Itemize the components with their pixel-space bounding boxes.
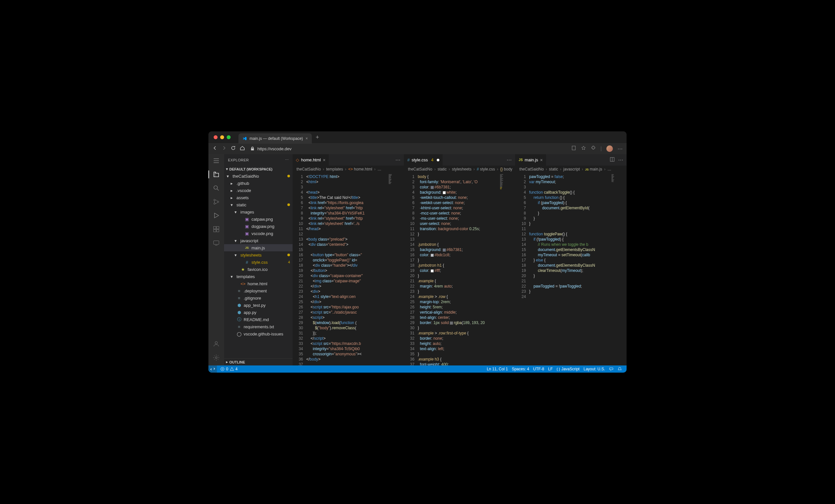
minimap[interactable]: ████ ████ █████ ██ ███████ █████████████… — [387, 173, 404, 365]
breadcrumb[interactable]: theCatSaidNo › static › javascript › JS … — [515, 166, 627, 173]
file-item[interactable]: ▣catpaw.png — [224, 215, 292, 223]
svg-point-1 — [214, 186, 218, 189]
line-gutter: 1234567891011121314151617181920212223242… — [404, 173, 418, 365]
minimap[interactable]: ██ ██████████ ████ ████████████ ████ ███… — [499, 173, 515, 365]
browser-toolbar: https://vscode.dev | ⋯ — [208, 143, 627, 154]
new-tab-button[interactable]: + — [316, 134, 319, 141]
problems-button[interactable]: 0 4 — [218, 367, 239, 371]
more-icon[interactable]: ⋯ — [617, 146, 623, 152]
back-button[interactable] — [212, 145, 218, 152]
code-content[interactable]: pawToggled = false;var myTimeout; functi… — [529, 173, 610, 365]
folder-item[interactable]: ▾theCatSaidNo — [224, 172, 292, 180]
toolbar-actions: | ⋯ — [571, 145, 623, 152]
eol[interactable]: LF — [546, 367, 555, 371]
cursor-position[interactable]: Ln 11, Col 1 — [485, 367, 510, 371]
maximize-window-button[interactable] — [227, 135, 230, 139]
remote-indicator[interactable] — [208, 365, 217, 373]
file-item[interactable]: ★favicon.ico — [224, 266, 292, 273]
file-item[interactable]: ⬢app.py — [224, 309, 292, 316]
source-control-icon[interactable] — [212, 198, 220, 206]
main-area: EXPLORER ⋯ ▾ DEFAULT (WORKSPACE) ▾theCat… — [208, 154, 627, 365]
editor-tabs: JS main.js × ⋯ — [515, 154, 627, 166]
address-bar[interactable]: https://vscode.dev — [250, 146, 566, 151]
explorer-sidebar: EXPLORER ⋯ ▾ DEFAULT (WORKSPACE) ▾theCat… — [224, 154, 292, 365]
close-icon[interactable]: × — [540, 158, 543, 163]
tab-home-html[interactable]: ◇ home.html × — [292, 154, 329, 166]
menu-icon[interactable] — [212, 157, 220, 165]
file-item[interactable]: ≡.gitignore — [224, 294, 292, 301]
svg-rect-5 — [213, 227, 216, 229]
file-item[interactable]: ▣vscode.png — [224, 230, 292, 237]
explorer-title: EXPLORER — [228, 158, 249, 162]
file-item[interactable]: ▣dogpaw.png — [224, 223, 292, 230]
notifications-icon[interactable] — [615, 367, 624, 371]
line-gutter: 1234567891011121314151617181920212223242… — [292, 173, 306, 365]
folder-item[interactable]: ▾stylesheets — [224, 251, 292, 258]
svg-point-11 — [215, 357, 217, 359]
reload-button[interactable] — [230, 145, 236, 152]
outline-header[interactable]: ▸ OUTLINE — [224, 358, 292, 365]
code-content[interactable]: <!DOCTYPE html><html> <head> <title>The … — [306, 173, 387, 365]
breadcrumb[interactable]: theCatSaidNo › templates › <> home.html … — [292, 166, 404, 173]
encoding[interactable]: UTF-8 — [531, 367, 546, 371]
folder-item[interactable]: ▸assets — [224, 194, 292, 201]
keyboard-layout[interactable]: Layout: U.S. — [582, 367, 607, 371]
file-item[interactable]: JSmain.js — [224, 244, 292, 251]
tab-actions-icon[interactable]: ⋯ — [507, 157, 512, 163]
extensions-panel-icon[interactable] — [212, 225, 220, 233]
app-window: main.js — default (Workspace) × + https:… — [208, 131, 627, 373]
warning-icon — [230, 367, 234, 371]
breadcrumb[interactable]: theCatSaidNo › static › stylesheets › # … — [404, 166, 515, 173]
browser-tab[interactable]: main.js — default (Workspace) × — [239, 133, 312, 144]
folder-item[interactable]: ▸.github — [224, 180, 292, 187]
tab-actions-icon[interactable]: ⋯ — [618, 157, 623, 163]
explorer-more-icon[interactable]: ⋯ — [285, 158, 289, 162]
title-bar: main.js — default (Workspace) × + — [208, 131, 627, 143]
indentation[interactable]: Spaces: 4 — [510, 367, 531, 371]
editor-tabs: ◇ home.html × ⋯ — [292, 154, 404, 166]
folder-item[interactable]: ▾templates — [224, 273, 292, 280]
folder-item[interactable]: ▸.vscode — [224, 187, 292, 194]
file-item[interactable]: ⓘREADME.md — [224, 316, 292, 323]
language-mode[interactable]: { }JavaScript — [555, 367, 582, 371]
file-item[interactable]: ≡requirements.txt — [224, 323, 292, 330]
close-window-button[interactable] — [213, 135, 218, 139]
editor-pane-style: # style.css 4 ⋯ theCatSaidNo › static › … — [404, 154, 516, 365]
minimap[interactable]: ██ ███████████ ████████ ██████████ ███ █… — [610, 173, 627, 365]
folder-item[interactable]: ▾javascript — [224, 237, 292, 244]
code-content[interactable]: body { font-family: 'Montserrat', 'Lato'… — [418, 173, 499, 365]
file-item[interactable]: #style.css4 — [224, 258, 292, 266]
search-icon[interactable] — [212, 184, 220, 192]
feedback-icon[interactable] — [607, 367, 615, 371]
run-debug-icon[interactable] — [212, 212, 220, 219]
split-editor-icon[interactable] — [610, 157, 615, 163]
account-icon[interactable] — [212, 340, 220, 348]
tab-actions-icon[interactable]: ⋯ — [395, 157, 401, 163]
favorite-icon[interactable] — [581, 145, 586, 152]
file-item[interactable]: ⬢app_test.py — [224, 301, 292, 309]
file-item[interactable]: <>home.html — [224, 280, 292, 287]
tab-style-css[interactable]: # style.css 4 — [404, 154, 443, 166]
tab-main-js[interactable]: JS main.js × — [515, 154, 546, 166]
profile-avatar[interactable] — [606, 145, 613, 152]
browser-tabstrip: main.js — default (Workspace) × + — [239, 132, 319, 143]
page-action-icon[interactable] — [571, 145, 576, 152]
forward-button[interactable] — [222, 145, 227, 152]
close-icon[interactable]: × — [323, 158, 326, 163]
line-gutter: 123456789101112131415161718192021222324 — [515, 173, 529, 365]
explorer-icon[interactable] — [212, 170, 220, 178]
minimize-window-button[interactable] — [220, 135, 224, 139]
workspace-name: DEFAULT (WORKSPACE) — [229, 167, 272, 171]
svg-rect-0 — [572, 146, 575, 150]
workspace-header[interactable]: ▾ DEFAULT (WORKSPACE) — [224, 166, 292, 172]
svg-point-10 — [215, 342, 217, 344]
folder-item[interactable]: ▾static — [224, 201, 292, 208]
extensions-icon[interactable] — [591, 145, 596, 152]
remote-explorer-icon[interactable] — [212, 239, 220, 247]
close-tab-icon[interactable]: × — [306, 136, 308, 141]
file-item[interactable]: ≡.deployment — [224, 287, 292, 294]
settings-icon[interactable] — [212, 354, 220, 361]
file-item[interactable]: ◯vscode.github-issues — [224, 330, 292, 337]
folder-item[interactable]: ▾images — [224, 208, 292, 215]
home-button[interactable] — [240, 145, 245, 152]
